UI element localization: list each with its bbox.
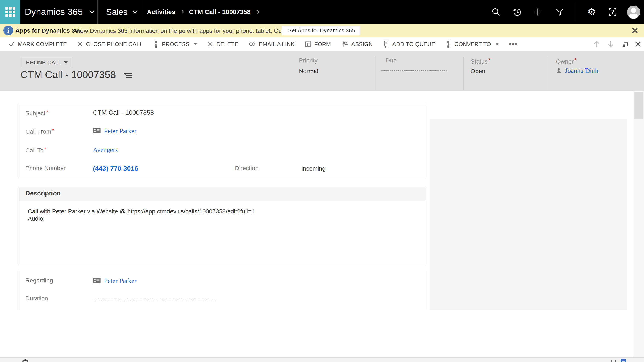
- more-commands-button[interactable]: •••: [509, 40, 518, 48]
- brand-menu[interactable]: Dynamics 365: [25, 0, 94, 24]
- due-empty-placeholder[interactable]: [380, 70, 447, 71]
- form-button[interactable]: FORM: [305, 41, 331, 47]
- priority-value[interactable]: Normal: [299, 68, 318, 75]
- chevron-down-icon: [133, 9, 138, 14]
- banner-close-button[interactable]: [631, 27, 638, 34]
- app-name-label: Sales: [106, 7, 128, 17]
- check-icon: [8, 41, 15, 47]
- email-a-link-button[interactable]: EMAIL A LINK: [248, 41, 294, 47]
- status-value[interactable]: Open: [470, 68, 485, 75]
- page-title: CTM Call - 10007358: [20, 69, 116, 80]
- call-to-field[interactable]: Call To Avengers: [26, 146, 118, 154]
- mark-complete-button[interactable]: MARK COMPLETE: [8, 41, 67, 47]
- call-from-link[interactable]: Peter Parker: [104, 127, 136, 135]
- footer-icon: [611, 360, 612, 362]
- subject-value[interactable]: CTM Call - 10007358: [93, 109, 154, 116]
- nav-divider: [97, 0, 98, 24]
- recent-items-button[interactable]: [509, 0, 525, 24]
- regarding-field[interactable]: Regarding Peter Parker: [26, 277, 136, 285]
- description-section: Description Call with Peter Parker via W…: [18, 186, 426, 265]
- description-line-1: Call with Peter Parker via Website @ htt…: [28, 208, 255, 215]
- duration-empty-placeholder[interactable]: [93, 300, 216, 300]
- next-record-button[interactable]: [604, 37, 617, 51]
- owner-link[interactable]: Joanna Dinh: [565, 67, 598, 75]
- subject-field[interactable]: Subject CTM Call - 10007358: [26, 109, 154, 117]
- duration-label: Duration: [26, 295, 93, 302]
- nav-divider: [142, 0, 142, 24]
- owner-label: Owner: [556, 57, 576, 65]
- help-icon: ?: [608, 7, 618, 17]
- search-button[interactable]: [488, 0, 504, 24]
- close-form-button[interactable]: [632, 37, 644, 51]
- chevron-down-icon: [64, 61, 68, 63]
- form-icon: [305, 41, 311, 47]
- close-icon: [631, 27, 638, 34]
- chevron-right-icon: [180, 10, 184, 14]
- vertical-scrollbar[interactable]: [633, 91, 644, 357]
- add-to-queue-icon: [383, 41, 390, 47]
- status-footer: [0, 357, 644, 362]
- record-set-list-icon[interactable]: [125, 73, 132, 79]
- call-from-field[interactable]: Call From Peter Parker: [26, 127, 136, 135]
- status-label: Status: [470, 57, 490, 65]
- breadcrumb-record[interactable]: CTM Call - 10007358: [189, 8, 250, 15]
- close-phone-call-button[interactable]: CLOSE PHONE CALL: [77, 41, 143, 47]
- x-icon: [207, 41, 213, 47]
- close-icon: [634, 40, 642, 48]
- app-switcher-menu[interactable]: Sales: [106, 0, 137, 24]
- record-type-selector[interactable]: PHONE CALL: [22, 58, 72, 67]
- description-line-2: Audio:: [28, 215, 255, 222]
- duration-field[interactable]: Duration: [26, 295, 216, 302]
- x-icon: [77, 41, 83, 47]
- person-icon: [556, 68, 562, 74]
- user-avatar[interactable]: [627, 5, 640, 19]
- chevron-down-icon: [90, 9, 94, 14]
- scrollbar-thumb[interactable]: [634, 92, 643, 119]
- banner-title: Apps for Dynamics 365: [15, 27, 82, 34]
- phone-number-link[interactable]: (443) 770-3016: [93, 165, 138, 173]
- header-field-owner[interactable]: Owner Joanna Dinh: [556, 57, 576, 65]
- subject-label: Subject: [26, 109, 93, 117]
- link-icon: [248, 41, 256, 47]
- create-record-button[interactable]: [530, 0, 546, 24]
- app-launcher-button[interactable]: [0, 0, 20, 24]
- popout-record-button[interactable]: [618, 37, 632, 51]
- footer-monitor-icon[interactable]: [620, 360, 626, 362]
- top-navigation-bar: Dynamics 365 Sales Activities CTM Call -…: [0, 0, 644, 24]
- phone-number-label: Phone Number: [26, 165, 93, 172]
- popout-icon: [621, 40, 629, 48]
- get-apps-button[interactable]: Get Apps for Dynamics 365: [282, 25, 360, 35]
- regarding-link[interactable]: Peter Parker: [104, 277, 136, 285]
- call-from-label: Call From: [26, 127, 93, 135]
- convert-to-button[interactable]: CONVERT TO: [446, 41, 499, 47]
- process-button[interactable]: PROCESS: [153, 41, 197, 47]
- process-icon: [153, 41, 159, 47]
- info-icon: i: [4, 25, 13, 35]
- breadcrumb-activities[interactable]: Activities: [147, 8, 175, 15]
- header-field-priority[interactable]: Priority Normal: [299, 57, 318, 64]
- previous-record-button[interactable]: [590, 37, 603, 51]
- brand-label: Dynamics 365: [25, 7, 83, 17]
- description-header: Description: [19, 187, 426, 200]
- chevron-right-icon: [256, 10, 259, 14]
- command-bar: MARK COMPLETE CLOSE PHONE CALL PROCESS D: [0, 37, 644, 51]
- direction-value[interactable]: Incoming: [301, 165, 326, 172]
- help-button[interactable]: ?: [605, 0, 620, 24]
- save-status-icon: [22, 360, 28, 362]
- arrow-up-icon: [593, 40, 601, 48]
- due-label: Due: [386, 57, 396, 64]
- add-to-queue-button[interactable]: ADD TO QUEUE: [383, 41, 436, 47]
- settings-button[interactable]: ⚙: [584, 0, 599, 24]
- history-clock-icon: [512, 7, 522, 17]
- arrow-down-icon: [607, 40, 615, 48]
- delete-button[interactable]: DELETE: [207, 41, 238, 47]
- assign-button[interactable]: ASSIGN: [341, 41, 373, 47]
- call-to-link[interactable]: Avengers: [93, 146, 118, 154]
- header-field-divider: [463, 57, 464, 90]
- header-field-due[interactable]: Due: [386, 57, 396, 64]
- advanced-find-button[interactable]: [552, 0, 567, 24]
- regarding-section: Regarding Peter Parker Duration: [18, 271, 426, 310]
- chevron-down-icon: [194, 43, 197, 45]
- description-textarea[interactable]: Call with Peter Parker via Website @ htt…: [28, 208, 255, 222]
- header-field-status[interactable]: Status Open: [470, 57, 490, 65]
